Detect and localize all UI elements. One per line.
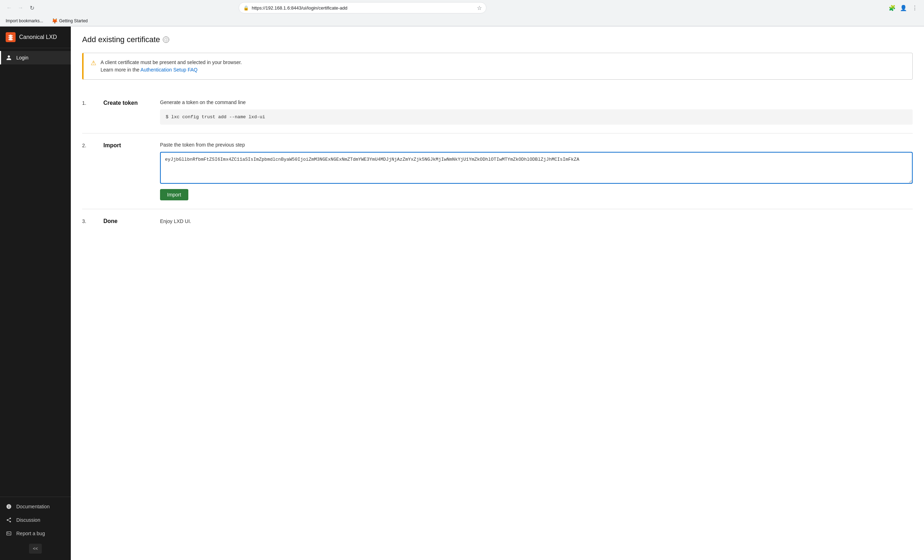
- step-3-label: Done: [104, 218, 146, 225]
- page-info-icon[interactable]: ⓘ: [163, 36, 169, 43]
- extensions-button[interactable]: 🧩: [887, 3, 897, 13]
- bookmark-import[interactable]: Import bookmarks...: [4, 18, 45, 24]
- sidebar-logo: Canonical LXD: [0, 27, 71, 48]
- person-icon: [6, 54, 12, 61]
- main-content: Add existing certificate ⓘ ⚠ A client ce…: [71, 27, 924, 560]
- steps-container: 1. Create token Generate a token on the …: [82, 91, 913, 233]
- sidebar-item-documentation[interactable]: Documentation: [0, 500, 71, 513]
- browser-toolbar: ← → ↻ 🔒 https://192.168.1.6:8443/ui/logi…: [0, 0, 924, 16]
- sidebar-nav: Login: [0, 48, 71, 497]
- profile-button[interactable]: 👤: [898, 3, 908, 13]
- bookmarks-bar: Import bookmarks... 🦊 Getting Started: [0, 16, 924, 26]
- step-1: 1. Create token Generate a token on the …: [82, 91, 913, 133]
- sidebar-item-report-bug-label: Report a bug: [16, 531, 45, 536]
- step-2-description: Paste the token from the previous step: [160, 142, 913, 148]
- sidebar-item-login[interactable]: Login: [0, 51, 71, 64]
- sidebar-item-discussion-label: Discussion: [16, 517, 40, 523]
- sidebar: Canonical LXD Login Documentation: [0, 27, 71, 560]
- bookmark-getting-started-label: Getting Started: [59, 18, 88, 23]
- step-2-label: Import: [104, 142, 146, 149]
- bookmark-getting-started[interactable]: 🦊 Getting Started: [50, 17, 89, 24]
- url-text: https://192.168.1.6:8443/ui/login/certif…: [252, 5, 474, 10]
- step-3-number: 3.: [82, 219, 89, 224]
- forward-button[interactable]: →: [16, 3, 26, 13]
- warning-text-content: A client certificate must be present and…: [100, 59, 242, 73]
- share-icon: [6, 517, 12, 523]
- step-1-label: Create token: [104, 100, 146, 106]
- terminal-icon: [6, 530, 12, 537]
- sidebar-item-documentation-label: Documentation: [16, 504, 50, 509]
- nav-buttons: ← → ↻: [4, 3, 37, 13]
- step-3-description: Enjoy LXD UI.: [160, 219, 913, 224]
- sidebar-bottom: Documentation Discussion Report a bug: [0, 497, 71, 560]
- step-3: 3. Done Enjoy LXD UI.: [82, 209, 913, 233]
- browser-action-buttons: 🧩 👤 ⋮: [887, 3, 920, 13]
- logo-text: Canonical LXD: [19, 34, 57, 40]
- back-button[interactable]: ←: [4, 3, 14, 13]
- sidebar-item-discussion[interactable]: Discussion: [0, 513, 71, 527]
- bookmark-star-button[interactable]: ☆: [477, 4, 482, 11]
- step-1-content: Generate a token on the command line $ l…: [160, 99, 913, 124]
- page-title: Add existing certificate ⓘ: [82, 35, 913, 44]
- step-1-code: $ lxc config trust add --name lxd-ui: [160, 109, 913, 124]
- menu-button[interactable]: ⋮: [910, 3, 920, 13]
- step-2: 2. Import Paste the token from the previ…: [82, 133, 913, 209]
- step-1-description: Generate a token on the command line: [160, 99, 913, 105]
- sidebar-collapse-button[interactable]: <<: [29, 544, 42, 554]
- auth-faq-link[interactable]: Authentication Setup FAQ: [141, 67, 198, 73]
- step-3-content: Enjoy LXD UI.: [160, 218, 913, 224]
- sidebar-collapse-area: <<: [0, 540, 71, 557]
- bookmark-import-label: Import bookmarks...: [6, 18, 43, 23]
- step-2-number: 2.: [82, 143, 89, 148]
- app-container: Canonical LXD Login Documentation: [0, 27, 924, 560]
- lock-icon: 🔒: [243, 5, 249, 10]
- import-button[interactable]: Import: [160, 189, 188, 201]
- warning-box: ⚠ A client certificate must be present a…: [82, 53, 913, 79]
- token-textarea[interactable]: eyJjbGllbnRfbmFtZSI6Imx4ZC11aSIsImZpbmdl…: [160, 152, 913, 184]
- sidebar-item-report-bug[interactable]: Report a bug: [0, 527, 71, 540]
- step-1-number: 1.: [82, 100, 89, 106]
- sidebar-item-login-label: Login: [16, 55, 28, 60]
- warning-triangle-icon: ⚠: [91, 59, 96, 67]
- logo-icon: [6, 32, 16, 42]
- address-bar[interactable]: 🔒 https://192.168.1.6:8443/ui/login/cert…: [238, 2, 486, 13]
- step-2-content: Paste the token from the previous step e…: [160, 142, 913, 201]
- browser-chrome: ← → ↻ 🔒 https://192.168.1.6:8443/ui/logi…: [0, 0, 924, 27]
- reload-button[interactable]: ↻: [27, 3, 37, 13]
- info-circle-icon: [6, 503, 12, 510]
